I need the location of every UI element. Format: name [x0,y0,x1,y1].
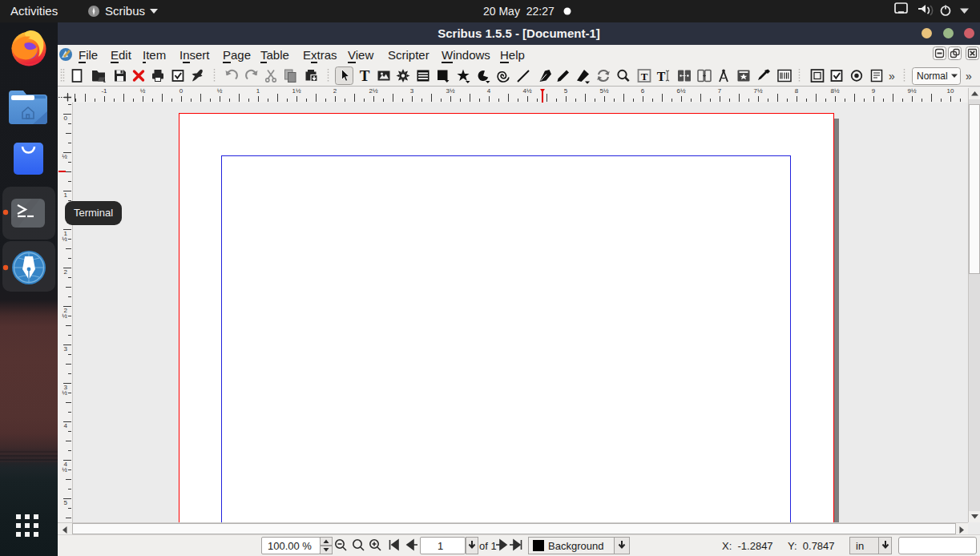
svg-text:T: T [641,71,648,83]
svg-text:T: T [360,67,370,84]
svg-text:Normal: Normal [917,71,948,82]
svg-text:»: » [966,70,972,83]
svg-text:»: » [889,70,895,83]
svg-text:T: T [657,70,666,83]
